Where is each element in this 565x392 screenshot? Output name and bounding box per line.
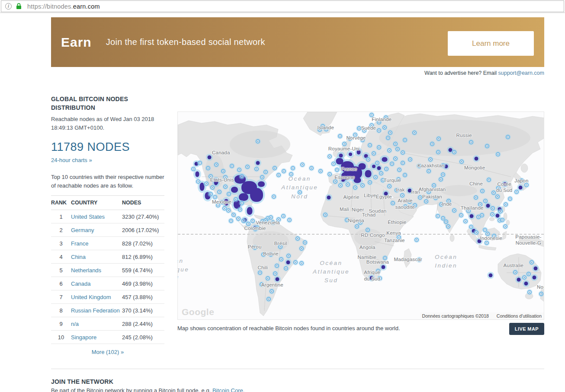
rank-cell: 3 xyxy=(51,237,71,250)
more-countries-link[interactable]: More (102) » xyxy=(51,349,164,355)
place-label: Algérie xyxy=(343,194,359,200)
top-countries-table: RANK COUNTRY NODES 1United States3230 (2… xyxy=(51,195,164,344)
address-bar[interactable]: i https://bitnodes.earn.com xyxy=(1,0,564,12)
node-marker xyxy=(272,194,276,199)
node-marker xyxy=(414,238,419,242)
country-link[interactable]: Canada xyxy=(71,280,91,287)
live-map-button[interactable]: LIVE MAP xyxy=(509,323,544,335)
node-marker xyxy=(221,169,225,173)
place-label: Argentine xyxy=(261,282,283,288)
node-marker xyxy=(506,135,510,139)
node-marker xyxy=(269,215,273,220)
node-marker xyxy=(241,219,246,223)
rank-cell: 6 xyxy=(51,277,71,290)
node-marker xyxy=(258,271,262,275)
node-marker xyxy=(191,167,196,171)
node-cluster xyxy=(199,182,204,191)
country-link[interactable]: United Kingdom xyxy=(71,294,111,300)
earn-ad-banner[interactable]: Earn Join the first token-based social n… xyxy=(51,17,544,67)
country-link[interactable]: China xyxy=(71,254,86,260)
charts-link[interactable]: 24-hour charts » xyxy=(51,157,92,163)
node-marker xyxy=(386,136,390,140)
bitcoin-core-link[interactable]: Bitcoin Core xyxy=(212,387,243,392)
node-marker xyxy=(353,185,357,190)
node-dot xyxy=(524,281,528,285)
place-label: Pérou xyxy=(248,244,262,250)
terms-link[interactable]: Conditions d'utilisation xyxy=(497,313,542,319)
rank-cell: 9 xyxy=(51,317,71,331)
node-marker xyxy=(229,219,233,223)
node-dot xyxy=(382,265,385,269)
google-logo[interactable]: Google xyxy=(182,307,214,317)
sidebar: GLOBAL BITCOIN NODES DISTRIBUTION Reacha… xyxy=(51,95,164,355)
place-label: Madagascar xyxy=(394,256,422,262)
node-marker xyxy=(436,214,440,218)
country-cell: Germany xyxy=(71,223,122,237)
node-marker xyxy=(223,185,228,189)
node-marker xyxy=(299,261,304,265)
node-marker xyxy=(338,183,343,188)
place-label: RD Congo xyxy=(361,232,385,238)
place-label: Angola xyxy=(360,244,376,250)
node-marker xyxy=(331,162,336,166)
node-cluster xyxy=(339,153,343,157)
node-marker xyxy=(452,208,456,213)
support-email-link[interactable]: support@earn.com xyxy=(498,70,545,76)
node-marker xyxy=(230,164,234,168)
page-info-icon[interactable]: i xyxy=(5,3,12,10)
node-marker xyxy=(401,161,405,165)
node-dot xyxy=(475,156,478,160)
nodes-cell: 559 (4.74%) xyxy=(122,264,164,277)
node-marker xyxy=(266,297,271,301)
nodes-cell: 812 (6.89%) xyxy=(122,250,164,264)
node-cluster xyxy=(365,170,371,178)
table-row: 2Germany2006 (17.02%) xyxy=(51,223,164,237)
country-cell: Netherlands xyxy=(71,264,122,277)
country-cell: United States xyxy=(71,210,122,223)
nodes-cell: 457 (3.88%) xyxy=(122,290,164,304)
place-label: Espagne xyxy=(334,174,355,180)
node-marker xyxy=(487,178,491,182)
node-dot xyxy=(489,273,493,277)
world-nodes-map[interactable]: CanadaIslandeNorvègeSuèdeFinlandeRussieR… xyxy=(177,112,544,320)
place-label: Mexique xyxy=(212,199,231,205)
country-link[interactable]: Netherlands xyxy=(71,267,101,274)
country-link[interactable]: Germany xyxy=(71,227,94,233)
node-marker xyxy=(209,192,213,196)
node-marker xyxy=(210,185,215,190)
node-cluster xyxy=(349,153,352,156)
rank-cell: 10 xyxy=(51,331,71,344)
https-lock-icon[interactable] xyxy=(16,3,22,10)
node-marker xyxy=(390,162,394,166)
node-marker xyxy=(388,131,392,135)
rank-cell: 1 xyxy=(51,210,71,223)
node-marker xyxy=(375,161,379,165)
place-label: Norvège xyxy=(347,135,366,141)
country-link[interactable]: n/a xyxy=(71,321,79,327)
node-marker xyxy=(387,184,392,188)
country-link[interactable]: France xyxy=(71,240,88,247)
place-label: Suède xyxy=(361,125,376,131)
node-marker xyxy=(485,241,489,245)
learn-more-button[interactable]: Learn more xyxy=(448,31,534,56)
node-marker xyxy=(491,206,495,210)
node-marker xyxy=(266,276,270,280)
node-marker xyxy=(206,166,210,170)
join-title: JOIN THE NETWORK xyxy=(51,378,544,385)
table-row: 8Russian Federation370 (3.14%) xyxy=(51,304,164,317)
place-label: Canada xyxy=(212,149,230,155)
node-cluster xyxy=(382,157,387,162)
rank-cell: 5 xyxy=(51,264,71,277)
country-link[interactable]: Singapore xyxy=(71,334,96,341)
country-link[interactable]: United States xyxy=(71,214,105,220)
node-dot xyxy=(377,166,381,170)
country-cell: France xyxy=(71,237,122,250)
node-marker xyxy=(437,137,441,141)
node-marker xyxy=(439,177,443,182)
place-label: Finlande xyxy=(372,116,392,122)
country-cell: Canada xyxy=(71,277,122,290)
country-cell: n/a xyxy=(71,317,122,331)
country-link[interactable]: Russian Federation xyxy=(71,307,120,314)
node-marker xyxy=(366,157,370,162)
place-label: Brésil xyxy=(274,240,287,246)
